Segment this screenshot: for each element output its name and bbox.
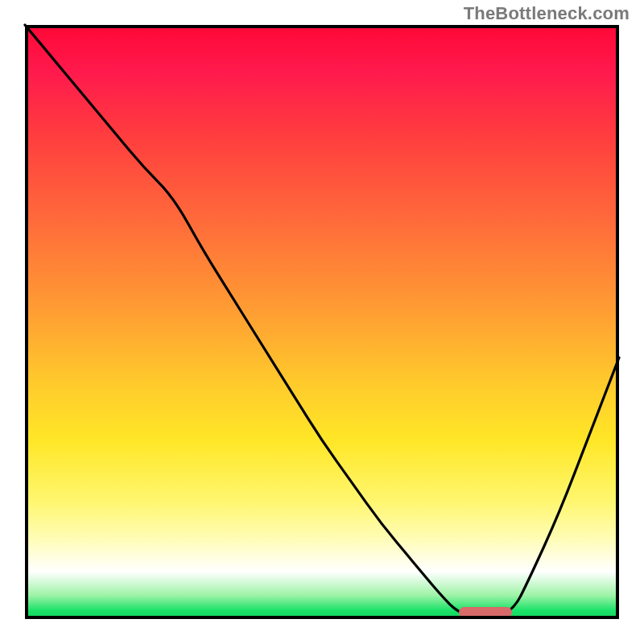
plot-area bbox=[25, 25, 619, 619]
minimum-marker bbox=[459, 607, 512, 617]
curve-svg bbox=[25, 25, 619, 619]
series-curve bbox=[25, 25, 619, 617]
watermark-label: TheBottleneck.com bbox=[464, 3, 630, 24]
chart-container: TheBottleneck.com bbox=[0, 0, 644, 644]
